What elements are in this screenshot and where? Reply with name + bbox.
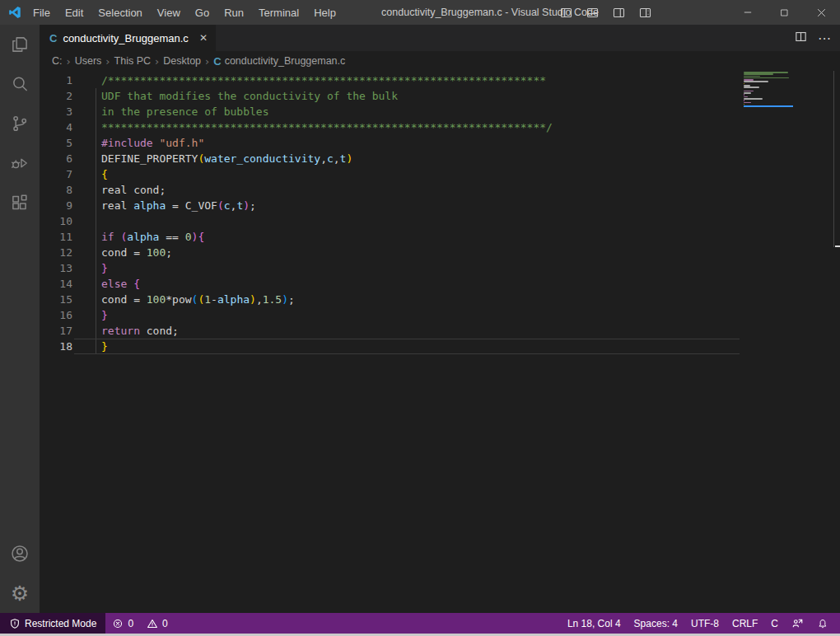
code-text: /***************************************… <box>72 72 546 88</box>
minimap-line <box>744 87 759 88</box>
status-warnings[interactable]: 0 <box>140 613 175 634</box>
breadcrumb-item[interactable]: Desktop <box>163 55 201 67</box>
menu-run[interactable]: Run <box>217 3 251 22</box>
code-line[interactable]: 5#include "udf.h" <box>40 135 840 151</box>
feedback-icon <box>791 617 804 629</box>
status-encoding[interactable]: UTF-8 <box>684 613 726 634</box>
minimap-line <box>744 73 773 75</box>
status-restricted-mode[interactable]: Restricted Mode <box>0 613 105 634</box>
code-text: in the presence of bubbles <box>72 104 269 119</box>
status-eol[interactable]: CRLF <box>726 613 764 634</box>
menu-terminal[interactable]: Terminal <box>251 3 306 22</box>
scrollbar[interactable] <box>833 71 834 247</box>
code-text: DEFINE_PROPERTY(water_conductivity,c,t) <box>72 151 352 166</box>
extensions-icon[interactable] <box>0 183 40 222</box>
run-debug-icon[interactable] <box>0 143 40 183</box>
status-cursor-position[interactable]: Ln 18, Col 4 <box>561 613 628 634</box>
code-line[interactable]: 6DEFINE_PROPERTY(water_conductivity,c,t) <box>40 151 840 166</box>
status-feedback[interactable] <box>785 613 810 634</box>
tab-conductivity-bruggeman[interactable]: C conductivity_Bruggeman.c ✕ <box>40 25 216 51</box>
code-text: } <box>72 260 108 276</box>
code-line[interactable]: 13} <box>40 260 840 276</box>
layout-customize-icon[interactable] <box>635 2 655 22</box>
line-number: 3 <box>40 104 72 119</box>
scrollbar-slider-edge <box>835 246 840 247</box>
menu-edit[interactable]: Edit <box>58 3 91 22</box>
layout-sidebar-left-icon[interactable] <box>556 2 576 22</box>
status-language-mode[interactable]: C <box>764 613 785 634</box>
code-text <box>72 213 101 229</box>
code-line[interactable]: 4***************************************… <box>40 119 840 135</box>
c-file-icon: C <box>213 55 221 68</box>
minimap-line <box>744 92 751 94</box>
split-editor-icon[interactable] <box>794 30 808 47</box>
code-area[interactable]: 1/**************************************… <box>40 72 840 354</box>
line-number: 7 <box>40 166 72 182</box>
menu-selection[interactable]: Selection <box>91 3 149 22</box>
minimap-line <box>744 89 793 91</box>
breadcrumb-item[interactable]: Users <box>75 55 102 67</box>
status-indentation[interactable]: Spaces: 4 <box>628 613 684 634</box>
code-text: UDF that modifies the conductivity of th… <box>72 88 398 104</box>
warning-icon <box>147 618 158 629</box>
menu-go[interactable]: Go <box>188 3 217 22</box>
line-number: 16 <box>40 307 72 323</box>
breadcrumb-item[interactable]: This PC <box>114 55 151 67</box>
code-line[interactable]: 12cond = 100; <box>40 245 840 260</box>
line-number: 4 <box>40 119 72 135</box>
close-button[interactable] <box>803 0 840 25</box>
vscode-logo-icon <box>7 5 22 20</box>
breadcrumb-item[interactable]: C: <box>52 55 63 67</box>
code-line[interactable]: 1/**************************************… <box>40 72 840 88</box>
code-line[interactable]: 9real alpha = C_VOF(c,t); <box>40 198 840 213</box>
code-text: #include "udf.h" <box>72 135 204 151</box>
code-line[interactable]: 11if (alpha == 0){ <box>40 229 840 245</box>
breadcrumb-separator-icon: › <box>67 55 71 68</box>
line-number: 2 <box>40 88 72 104</box>
source-control-icon[interactable] <box>0 104 40 143</box>
status-errors[interactable]: 0 <box>105 613 140 634</box>
layout-sidebar-right-icon[interactable] <box>609 2 628 22</box>
code-line[interactable]: 2UDF that modifies the conductivity of t… <box>40 88 840 104</box>
minimap-line <box>744 104 744 105</box>
explorer-icon[interactable] <box>0 25 40 64</box>
minimize-button[interactable] <box>729 0 766 25</box>
tab-close-icon[interactable]: ✕ <box>199 32 208 44</box>
status-notifications[interactable] <box>810 613 835 634</box>
menu-bar: FileEditSelectionViewGoRunTerminalHelp <box>26 3 343 22</box>
line-number: 8 <box>40 182 72 198</box>
code-line[interactable]: 10 <box>40 213 840 229</box>
code-line[interactable]: 17return cond; <box>40 323 840 339</box>
line-number: 17 <box>40 323 72 339</box>
line-number: 9 <box>40 198 72 213</box>
code-line[interactable]: 18} <box>40 339 840 354</box>
more-actions-icon[interactable]: ⋯ <box>818 30 832 46</box>
breadcrumb-item[interactable]: Cconductivity_Bruggeman.c <box>213 55 345 68</box>
maximize-button[interactable] <box>766 0 803 25</box>
line-number: 5 <box>40 135 72 151</box>
layout-panel-icon[interactable] <box>582 2 602 22</box>
code-line[interactable]: 14else { <box>40 276 840 292</box>
code-line[interactable]: 7{ <box>40 166 840 182</box>
menu-file[interactable]: File <box>26 3 58 22</box>
code-line[interactable]: 8real cond; <box>40 182 840 198</box>
code-line[interactable]: 16} <box>40 307 840 323</box>
breadcrumb-separator-icon: › <box>205 55 209 68</box>
code-line[interactable]: 15cond = 100*pow((1-alpha),1.5); <box>40 292 840 307</box>
code-line[interactable]: 3in the presence of bubbles <box>40 104 840 119</box>
breadcrumb-separator-icon: › <box>105 55 110 68</box>
status-bar: Restricted Mode00Ln 18, Col 4Spaces: 4UT… <box>0 613 840 634</box>
accounts-icon[interactable] <box>0 534 40 573</box>
search-icon[interactable] <box>0 64 40 104</box>
window-controls <box>729 0 840 25</box>
menu-view[interactable]: View <box>150 3 188 22</box>
minimap-line <box>744 81 768 82</box>
editor-pane[interactable]: 1/**************************************… <box>40 71 840 613</box>
code-text: } <box>72 307 108 323</box>
line-number: 1 <box>40 72 72 88</box>
settings-gear-icon[interactable]: ⚙ <box>0 573 40 613</box>
minimap[interactable] <box>744 72 793 107</box>
code-text: real cond; <box>72 182 166 198</box>
tab-bar-actions: ⋯ <box>794 25 832 51</box>
code-text: cond = 100*pow((1-alpha),1.5); <box>72 292 295 307</box>
